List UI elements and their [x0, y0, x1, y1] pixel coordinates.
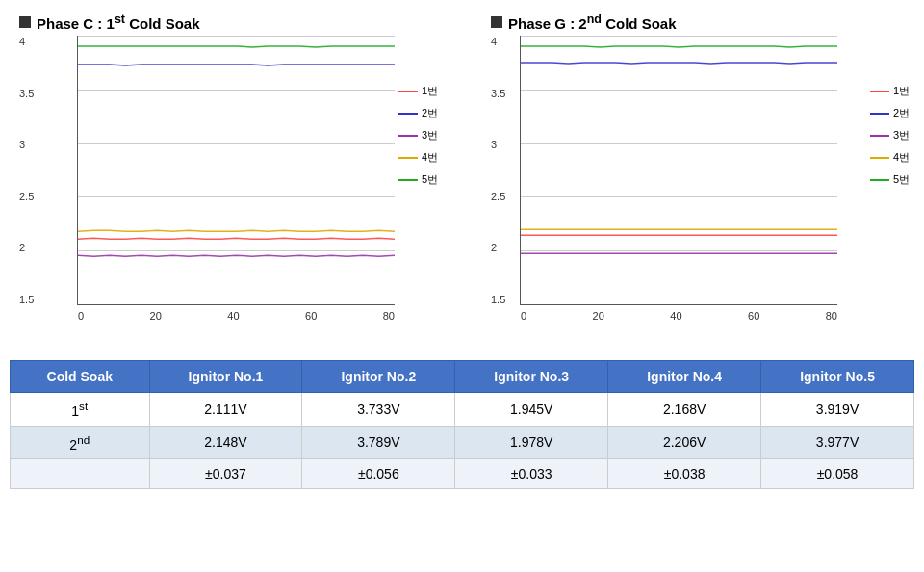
table-row: ±0.037 ±0.056 ±0.033 ±0.038 ±0.058 [11, 459, 914, 489]
chart-c-bullet [19, 16, 31, 28]
table-header-row: Cold Soak Ignitor No.1 Ignitor No.2 Igni… [11, 361, 914, 393]
chart-c-legend: 1번 2번 3번 4번 [398, 84, 438, 187]
legend-c-1: 1번 [398, 84, 438, 98]
row-3-v3: ±0.033 [455, 459, 608, 489]
col-header-cold-soak: Cold Soak [11, 361, 150, 393]
row-2-label: 2nd [11, 426, 150, 459]
row-3-label [11, 459, 150, 489]
legend-g-2-line [870, 113, 889, 115]
row-1-v5: 3.919V [761, 393, 914, 427]
chart-c-x-axis: 0 20 40 60 80 [78, 310, 395, 322]
row-3-v4: ±0.038 [608, 459, 761, 489]
chart-g-title-text: Phase G : 2nd Cold Soak [508, 13, 677, 32]
legend-g-4-label: 4번 [893, 150, 910, 165]
row-3-v5: ±0.058 [761, 459, 914, 489]
legend-c-1-line [398, 91, 418, 92]
table-row: 2nd 2.148V 3.789V 1.978V 2.206V 3.977V [11, 426, 914, 459]
chart-g-title: Phase G : 2nd Cold Soak [491, 13, 914, 32]
row-1-v2: 3.733V [302, 393, 455, 427]
legend-c-5: 5번 [398, 172, 438, 187]
legend-c-5-line [398, 179, 418, 181]
main-container: Phase C : 1st Cold Soak 4 3.5 3 2.5 2 1.… [0, 0, 924, 572]
legend-g-5: 5번 [870, 172, 910, 187]
legend-c-3: 3번 [398, 128, 438, 143]
row-2-v1: 2.148V [149, 426, 302, 459]
legend-g-1-label: 1번 [893, 84, 910, 98]
legend-g-3: 3번 [870, 128, 910, 143]
row-2-v2: 3.789V [302, 426, 455, 459]
legend-g-3-line [870, 135, 889, 137]
row-1-v4: 2.168V [608, 393, 761, 427]
legend-c-3-label: 3번 [422, 128, 438, 143]
legend-g-4-line [870, 157, 889, 159]
legend-g-1-line [870, 91, 889, 92]
legend-c-4: 4번 [398, 150, 438, 165]
legend-c-1-label: 1번 [422, 84, 438, 98]
chart-g-x-axis: 0 20 40 60 80 [521, 310, 837, 322]
legend-c-2: 2번 [398, 106, 438, 120]
legend-c-2-label: 2번 [422, 106, 438, 120]
row-2-v5: 3.977V [761, 426, 914, 459]
legend-g-5-line [870, 179, 889, 181]
chart-g-svg [521, 36, 837, 304]
col-header-ignitor-4: Ignitor No.4 [608, 361, 761, 393]
chart-g-bullet [491, 16, 502, 28]
legend-g-2: 2번 [870, 106, 910, 120]
legend-g-3-label: 3번 [893, 128, 910, 143]
legend-c-4-label: 4번 [422, 150, 438, 165]
table-row: 1st 2.111V 3.733V 1.945V 2.168V 3.919V [11, 393, 914, 427]
legend-g-1: 1번 [870, 84, 910, 98]
data-table: Cold Soak Ignitor No.1 Ignitor No.2 Igni… [10, 360, 914, 489]
col-header-ignitor-5: Ignitor No.5 [761, 361, 914, 393]
chart-g-container: Phase G : 2nd Cold Soak 4 3.5 3 2.5 2 1.… [443, 8, 914, 354]
legend-g-5-label: 5번 [893, 172, 910, 187]
col-header-ignitor-3: Ignitor No.3 [455, 361, 608, 393]
legend-c-5-label: 5번 [422, 172, 438, 187]
chart-c-container: Phase C : 1st Cold Soak 4 3.5 3 2.5 2 1.… [10, 8, 443, 354]
data-table-section: Cold Soak Ignitor No.1 Ignitor No.2 Igni… [10, 360, 914, 489]
row-2-v4: 2.206V [608, 426, 761, 459]
chart-c-title: Phase C : 1st Cold Soak [19, 13, 443, 32]
col-header-ignitor-2: Ignitor No.2 [302, 361, 455, 393]
row-1-v3: 1.945V [455, 393, 608, 427]
chart-c-svg [78, 36, 395, 304]
charts-row: Phase C : 1st Cold Soak 4 3.5 3 2.5 2 1.… [10, 8, 914, 354]
chart-c-title-text: Phase C : 1st Cold Soak [37, 13, 200, 32]
row-3-v2: ±0.056 [302, 459, 455, 489]
row-2-v3: 1.978V [455, 426, 608, 459]
legend-g-4: 4번 [870, 150, 910, 165]
chart-g-y-axis: 4 3.5 3 2.5 2 1.5 [491, 36, 505, 305]
legend-c-4-line [398, 157, 418, 159]
chart-g-legend: 1번 2번 3번 4번 [870, 84, 910, 187]
col-header-ignitor-1: Ignitor No.1 [149, 361, 302, 393]
legend-g-2-label: 2번 [893, 106, 910, 120]
chart-c-area: 0 20 40 60 80 [77, 36, 395, 305]
legend-c-3-line [398, 135, 418, 137]
row-1-v1: 2.111V [149, 393, 302, 427]
chart-c-y-axis: 4 3.5 3 2.5 2 1.5 [19, 36, 34, 305]
legend-c-2-line [398, 113, 418, 115]
row-1-label: 1st [11, 393, 150, 427]
row-3-v1: ±0.037 [149, 459, 302, 489]
chart-g-area: 0 20 40 60 80 [520, 36, 837, 305]
